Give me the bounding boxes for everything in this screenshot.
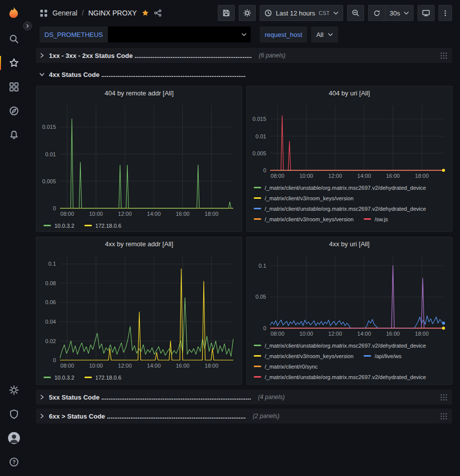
zoom-out-icon <box>352 9 360 17</box>
legend-label: /_matrix/client/v3/room_keys/version <box>265 195 354 201</box>
search-icon <box>9 34 19 44</box>
legend-item[interactable]: /_matrix/client/unstable/org.matrix.msc2… <box>254 206 426 212</box>
refresh-interval-select[interactable]: 30s <box>385 5 414 21</box>
legend-item[interactable]: /_matrix/client/unstable/org.matrix.msc2… <box>254 185 426 191</box>
panel-title[interactable]: 404 by remote addr [All] <box>36 86 242 100</box>
sidebar-item-dashboards[interactable] <box>0 75 27 99</box>
x-tick-label: 16:00 <box>176 363 190 369</box>
legend-item[interactable]: /_matrix/client/v3/room_keys/version <box>254 216 354 222</box>
legend-label: /_matrix/client/unstable/org.matrix.msc2… <box>265 185 426 191</box>
legend-label: /api/live/ws <box>375 353 402 359</box>
legend-label: 172.18.0.6 <box>95 375 121 381</box>
y-tick-label: 0 <box>53 357 56 363</box>
panel-legend: /_matrix/client/unstable/org.matrix.msc2… <box>247 339 452 382</box>
apps-grid-icon[interactable] <box>39 9 48 17</box>
bell-icon <box>9 130 19 140</box>
dashboard-toolbar: Last 12 hours CST <box>218 5 452 21</box>
series-line <box>60 119 233 208</box>
sidebar-item-profile[interactable] <box>0 426 27 450</box>
y-tick-label: 0 <box>263 325 266 331</box>
time-range-picker[interactable]: Last 12 hours CST <box>260 5 343 21</box>
panel-title[interactable]: 4xx by remote addr [All] <box>36 237 242 251</box>
legend-item[interactable]: 10.0.3.2 <box>43 223 74 229</box>
legend-swatch <box>84 225 92 226</box>
x-tick-label: 18:00 <box>415 331 429 337</box>
cycle-view-mode-button[interactable] <box>418 5 435 21</box>
sidebar-item-help[interactable]: ? <box>0 450 27 474</box>
dashboard-title[interactable]: NGINX PROXY <box>88 9 137 17</box>
gear-icon <box>9 385 19 395</box>
favorite-star-icon[interactable] <box>141 9 149 17</box>
legend-item[interactable]: /_matrix/client/unstable/org.matrix.msc2… <box>254 343 426 349</box>
sidebar-item-explore[interactable] <box>0 99 27 123</box>
kebab-menu-button[interactable] <box>439 5 452 21</box>
legend-item[interactable]: /_matrix/client/v3/room_keys/version <box>254 353 354 359</box>
request-host-select[interactable]: All <box>311 26 338 42</box>
svg-text:?: ? <box>12 459 15 465</box>
monitor-icon <box>422 9 430 17</box>
legend-item[interactable]: /_matrix/client/unstable/org.matrix.msc2… <box>254 374 426 380</box>
panel-4xx-by-remote-addr: 4xx by remote addr [All] 00.020.040.060.… <box>36 237 242 385</box>
row-drag-handle[interactable] <box>440 394 447 401</box>
legend-label: /_matrix/client/v3/room_keys/version <box>265 216 354 222</box>
time-series-chart[interactable]: 00.0050.010.01508:0010:0012:0014:0016:00… <box>37 100 241 219</box>
sidebar-item-configuration[interactable] <box>0 378 27 402</box>
sidebar-expand-button[interactable] <box>23 21 32 30</box>
legend-item[interactable]: /api/live/ws <box>364 353 402 359</box>
sidebar-item-search[interactable] <box>0 27 27 51</box>
row-4xx[interactable]: 4xx Status Code ........................… <box>36 67 452 82</box>
legend-row: /_matrix/client/r0/sync <box>254 361 452 372</box>
user-avatar <box>7 432 20 445</box>
sidebar-item-alerting[interactable] <box>0 123 27 147</box>
y-tick-label: 0 <box>53 205 56 211</box>
legend-item[interactable]: 172.18.0.6 <box>84 223 121 229</box>
time-series-chart[interactable]: 00.050.108:0010:0012:0014:0016:0018:00 <box>247 251 452 339</box>
row-1xx-3xx-2xx[interactable]: 1xx - 3xx - 2xx Status Code ............… <box>36 48 452 63</box>
x-tick-label: 12:00 <box>328 331 342 337</box>
panel-title[interactable]: 404 by uri [All] <box>247 86 452 100</box>
legend-item[interactable]: 172.18.0.6 <box>84 375 121 381</box>
legend-swatch <box>254 355 261 357</box>
row-drag-handle[interactable] <box>440 52 447 59</box>
datasource-select[interactable] <box>108 26 251 42</box>
shield-icon <box>9 409 19 419</box>
row-drag-handle[interactable] <box>440 413 447 420</box>
legend-swatch <box>254 208 261 209</box>
sidebar-item-server-admin[interactable] <box>0 402 27 426</box>
legend-item[interactable]: /_matrix/client/r0/sync <box>254 364 318 370</box>
legend-swatch <box>254 345 261 346</box>
row-6xx[interactable]: 6xx > Status Code ......................… <box>36 409 452 424</box>
chevron-right-icon <box>39 394 45 400</box>
time-series-chart[interactable]: 00.020.040.060.080.108:0010:0012:0014:00… <box>37 251 241 371</box>
grafana-logo[interactable] <box>6 6 21 23</box>
refresh-button[interactable] <box>368 5 385 21</box>
chevron-down-icon <box>328 33 333 36</box>
x-tick-label: 10:00 <box>89 363 103 369</box>
row-5xx[interactable]: 5xx Status Code ........................… <box>36 390 452 405</box>
legend-item[interactable]: 10.0.3.2 <box>43 375 74 381</box>
panel-title[interactable]: 4xx by uri [All] <box>247 237 452 251</box>
dashboard-settings-button[interactable] <box>239 5 256 21</box>
save-dashboard-button[interactable] <box>218 5 235 21</box>
variables-submenu: DS_PROMETHEUS request_host All <box>27 26 460 43</box>
row-title: 5xx Status Code ........................… <box>49 394 251 401</box>
x-tick-label: 12:00 <box>118 363 132 369</box>
chevron-right-icon <box>39 413 45 419</box>
time-series-chart[interactable]: 00.0050.010.01508:0010:0012:0014:0016:00… <box>247 100 452 181</box>
row-panel-count: (6 panels) <box>259 52 285 59</box>
kebab-icon <box>442 9 449 17</box>
share-icon[interactable] <box>154 9 162 17</box>
legend-label: /sw.js <box>375 216 388 222</box>
panel-grid-row-1: 404 by remote addr [All] 00.0050.010.015… <box>36 86 452 232</box>
x-tick-label: 14:00 <box>147 211 161 217</box>
breadcrumb-folder[interactable]: General <box>52 9 77 17</box>
legend-item[interactable]: /_matrix/client/v3/room_keys/version <box>254 195 354 201</box>
legend-swatch <box>364 355 371 357</box>
zoom-out-time-button[interactable] <box>347 5 364 21</box>
sidebar: ? <box>0 0 27 476</box>
refresh-interval-value: 30s <box>390 9 400 17</box>
chevron-right-icon <box>39 52 45 58</box>
legend-item[interactable]: /sw.js <box>364 216 388 222</box>
sidebar-item-starred[interactable] <box>0 51 27 75</box>
y-tick-label: 0 <box>263 167 266 173</box>
